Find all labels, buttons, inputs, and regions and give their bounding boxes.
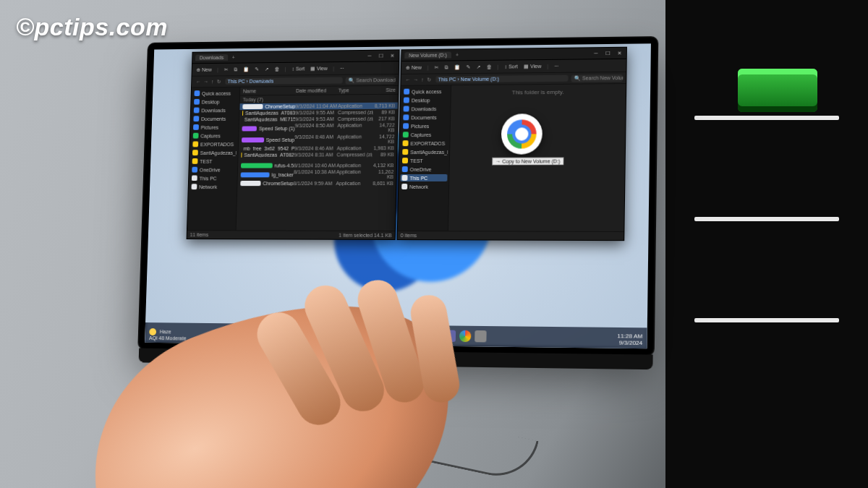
folder-icon [401,175,407,181]
folder-icon [402,149,408,155]
folder-icon [402,140,408,146]
more-button[interactable]: ··· [554,64,558,69]
file-icon [241,172,270,177]
folder-icon [401,184,407,189]
delete-icon[interactable]: 🗑 [274,67,279,72]
sidebar-item[interactable]: Quick access [402,87,449,95]
minimize-button[interactable]: ─ [366,53,373,59]
folder-icon [403,114,409,120]
minimize-button[interactable]: ─ [592,51,600,56]
file-row[interactable]: ChromeSetup8/1/2024 9:59 AMApplication8,… [237,180,396,187]
sidebar-item[interactable]: Desktop [192,98,238,105]
chrome-icon[interactable] [459,330,472,342]
sidebar-item[interactable]: EXPORTADOS [191,140,237,147]
sidebar-item[interactable]: Downloads [192,106,238,114]
sidebar-item[interactable]: OneDrive [401,166,448,173]
sidebar-item[interactable]: Network [400,183,447,190]
new-tab-button[interactable]: + [232,55,235,60]
breadcrumb[interactable]: This PC › New Volume (D:) [435,75,569,83]
cut-icon[interactable]: ✂ [224,67,229,72]
sidebar-item[interactable]: Desktop [402,96,449,103]
breadcrumb[interactable]: This PC › Downloads [225,77,343,85]
navigation-pane[interactable]: Quick accessDesktopDownloadsDocumentsPic… [398,85,451,231]
sidebar-item-label: Documents [411,115,436,120]
sidebar-item[interactable]: TEST [191,158,237,165]
file-row[interactable]: Speed Setup (1)9/3/2024 8:50 AMApplicati… [239,121,397,134]
delete-icon[interactable]: 🗑 [486,64,491,69]
sidebar-item[interactable]: SantiAgudezas_ME [191,149,237,156]
sidebar-item[interactable]: Downloads [402,105,449,112]
folder-icon [193,133,199,139]
sidebar-item-label: Desktop [412,98,430,103]
sidebar-item[interactable]: OneDrive [190,166,236,174]
share-icon[interactable]: ↗ [265,67,269,72]
folder-icon [192,150,198,155]
file-row[interactable]: Speed Setup9/3/2024 8:48 AMApplication14… [239,133,397,145]
share-icon[interactable]: ↗ [476,64,480,69]
close-button[interactable]: ✕ [388,53,396,59]
sidebar-item-label: Captures [200,133,221,138]
rename-icon[interactable]: ✎ [255,67,259,72]
file-row[interactable]: rufus-4.58/1/2024 10:40 AMApplication4,1… [238,162,397,168]
folder-icon [403,132,409,137]
view-button[interactable]: ▦ View [524,64,541,69]
sidebar-item[interactable]: EXPORTADOS [401,140,448,147]
new-button[interactable]: ⊕ New [406,64,422,70]
chrome-drag-icon[interactable] [501,114,542,155]
settings-icon[interactable] [475,330,487,342]
sort-button[interactable]: ↕ Sort [504,64,518,69]
sun-icon [149,328,156,335]
more-button[interactable]: ··· [340,66,344,71]
paste-icon[interactable]: 📋 [243,67,250,72]
copy-icon[interactable]: ⧉ [234,67,237,72]
sidebar-item[interactable]: This PC [190,174,236,181]
sidebar-item[interactable]: Pictures [192,124,237,131]
file-row[interactable]: Ig_tracker8/1/2024 10:38 AMApplication11… [238,168,397,180]
search-input[interactable]: 🔍 Search Downloads [346,77,396,85]
sidebar-item-label: Network [409,184,428,189]
navigation-pane[interactable]: Quick accessDesktopDownloadsDocumentsPic… [187,87,240,231]
sidebar-item[interactable]: Captures [192,132,237,139]
empty-folder-text: This folder is empty. [512,89,564,96]
sidebar-item[interactable]: Documents [401,114,448,121]
maximize-button[interactable]: ☐ [378,53,385,59]
cut-icon[interactable]: ✂ [434,64,438,70]
file-list-pane[interactable]: This folder is empty. → Copy to New Volu… [448,84,626,231]
copy-icon[interactable]: ⧉ [444,64,448,70]
sidebar-item-label: Quick access [202,90,231,95]
maximize-button[interactable]: ☐ [604,50,611,56]
sidebar-item[interactable]: SantiAgudezas_ME [401,148,448,155]
sidebar-item[interactable]: Quick access [193,90,239,97]
file-list-pane[interactable]: NameDate modifiedTypeSize Today (7) Chro… [237,86,399,231]
sidebar-item-label: TEST [200,158,212,163]
file-icon [240,181,260,186]
sidebar-item[interactable]: TEST [401,157,448,164]
new-button[interactable]: ⊕ New [196,67,211,72]
nav-buttons[interactable]: ←→↑↻ [404,77,432,82]
status-bar: 0 items [398,231,624,240]
file-explorer-left[interactable]: Downloads + ─ ☐ ✕ ⊕ New | ✂ ⧉ 📋 ✎ ↗ 🗑 | [187,49,400,240]
paste-icon[interactable]: 📋 [454,64,460,70]
sidebar-item[interactable]: Pictures [401,122,448,129]
folder-icon [194,90,200,96]
folder-icon [194,99,200,105]
sidebar-item[interactable]: Captures [401,131,448,138]
search-input[interactable]: 🔍 Search New Volume (D:) [571,74,624,82]
sort-button[interactable]: ↕ Sort [292,66,305,71]
view-button[interactable]: ▦ View [310,66,328,72]
sidebar-item[interactable]: Documents [192,115,237,122]
window-tab[interactable]: New Volume (D:) [404,52,451,59]
close-button[interactable]: ✕ [616,50,623,56]
rename-icon[interactable]: ✎ [466,64,470,70]
system-tray-clock[interactable]: 11:28 AM9/3/2024 [617,334,642,348]
folder-icon [193,116,199,121]
status-bar: 11 items1 item selected 14.1 KB [187,230,395,239]
new-tab-button[interactable]: + [456,52,459,57]
weather-widget[interactable]: Haze AQI 48 Moderate [149,328,187,341]
folder-icon [192,158,198,164]
file-explorer-right[interactable]: New Volume (D:) + ─ ☐ ✕ ⊕ New | ✂ ⧉ 📋 ✎ … [397,47,627,241]
window-tab[interactable]: Downloads [195,54,228,61]
sidebar-item[interactable]: This PC [400,174,447,181]
nav-buttons[interactable]: ←→↑↻ [195,79,222,85]
sidebar-item[interactable]: Network [190,183,236,190]
